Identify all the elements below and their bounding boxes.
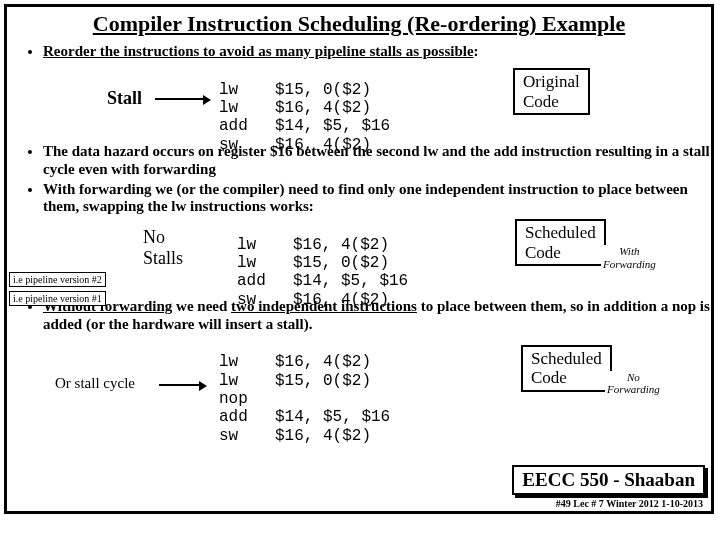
stall-label: Stall [107,88,142,109]
subnote-no-fwd: NoForwarding [605,371,662,396]
callout-original: Original Code [513,68,590,115]
slide-title: Compiler Instruction Scheduling (Re-orde… [7,11,711,37]
bullet-4: Without forwarding we need two independe… [43,298,711,431]
code-sched1: lw$16, 4($2) lw$15, 0($2) add$14, $5, $1… [237,217,408,309]
bullet-3: With forwarding we (or the compiler) nee… [43,181,711,296]
code-original: lw$15, 0($2) lw$16, 4($2) add$14, $5, $1… [219,62,390,154]
code-block-original: Stall lw$15, 0($2) lw$16, 4($2) add$14, … [43,62,711,140]
pipeline-version-2: i.e pipeline version #2 [9,272,106,287]
arrow-stall [155,98,203,100]
footer-meta: #49 Lec # 7 Winter 2012 1-10-2013 [556,498,703,509]
code-block-sched1: NoStalls lw$16, 4($2) lw$15, 0($2) add$1… [43,217,711,295]
code-block-sched2: Or stall cycle lw$16, 4($2) lw$15, 0($2)… [43,335,711,431]
nostalls-label: NoStalls [143,227,183,268]
pipeline-version-1: i.e pipeline version #1 [9,291,106,306]
footer-course: EECC 550 - Shaaban [512,465,705,495]
callout-sched2: Scheduled Code [521,345,612,392]
subnote-with-fwd: WithForwarding [601,245,658,270]
code-sched2: lw$16, 4($2) lw$15, 0($2) nop add$14, $5… [219,335,390,445]
slide-frame: Compiler Instruction Scheduling (Re-orde… [4,4,714,514]
callout-sched1: Scheduled Code [515,219,606,266]
bullet-list: Reorder the instructions to avoid as man… [43,43,711,431]
bullet-1: Reorder the instructions to avoid as man… [43,43,711,140]
orstall-label: Or stall cycle [55,375,135,392]
arrow-orstall [159,384,199,386]
